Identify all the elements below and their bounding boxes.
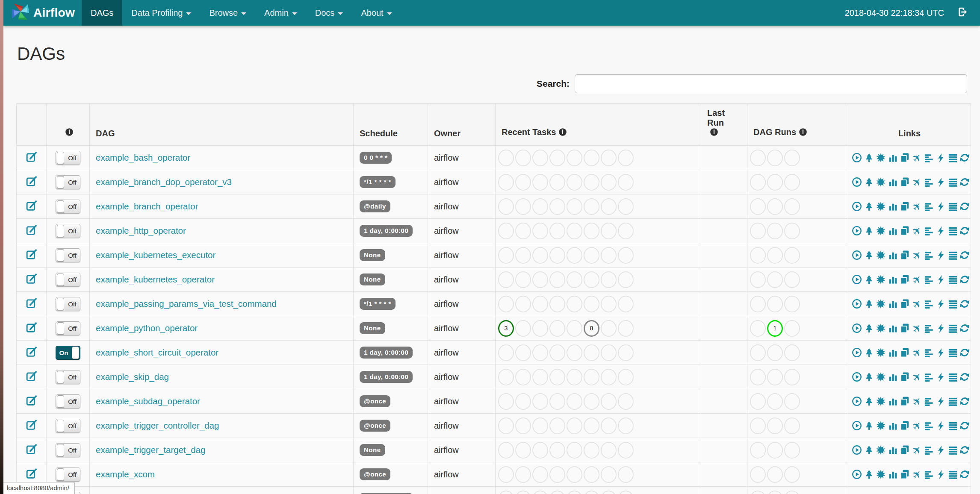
graph-view-icon[interactable]	[875, 396, 887, 406]
edit-dag-icon[interactable]	[26, 303, 37, 310]
gantt-view-icon[interactable]	[923, 397, 935, 406]
tree-view-icon[interactable]	[863, 250, 875, 260]
code-view-icon[interactable]	[935, 299, 947, 309]
dag-runs-circle-empty[interactable]	[767, 223, 783, 239]
dag-runs-circle-empty[interactable]	[750, 442, 766, 459]
recent-tasks-circle-empty[interactable]	[601, 150, 617, 166]
task-duration-icon[interactable]	[887, 397, 899, 406]
dag-runs-circle-empty[interactable]	[767, 442, 783, 459]
trigger-dag-icon[interactable]	[851, 201, 863, 212]
tree-view-icon[interactable]	[863, 445, 875, 455]
recent-tasks-circle-empty[interactable]	[532, 174, 548, 191]
dag-name-link[interactable]: example_xcom	[96, 469, 155, 479]
recent-tasks-circle-empty[interactable]	[549, 223, 565, 239]
recent-tasks-circle-empty[interactable]	[567, 393, 582, 410]
recent-tasks-circle-empty[interactable]	[532, 442, 548, 459]
recent-tasks-circle-empty[interactable]	[498, 247, 514, 264]
recent-tasks-circle-empty[interactable]	[532, 223, 548, 239]
graph-view-icon[interactable]	[875, 323, 887, 333]
trigger-dag-icon[interactable]	[851, 226, 863, 236]
recent-tasks-circle-empty[interactable]	[618, 198, 634, 215]
edit-dag-icon[interactable]	[26, 279, 37, 286]
tree-view-icon[interactable]	[863, 421, 875, 431]
nav-item-data-profiling[interactable]: Data Profiling	[122, 0, 200, 26]
landing-times-icon[interactable]: ✈	[911, 470, 923, 479]
recent-tasks-circle-empty[interactable]	[515, 198, 531, 215]
task-duration-icon[interactable]	[887, 372, 899, 382]
recent-tasks-circle-empty[interactable]	[498, 369, 514, 385]
logs-icon[interactable]	[947, 397, 959, 406]
dag-runs-circle-empty[interactable]	[767, 198, 783, 215]
dag-pause-toggle[interactable]: Off	[56, 370, 80, 384]
dag-pause-toggle[interactable]: Off	[56, 273, 80, 287]
dag-pause-toggle[interactable]: On	[56, 346, 80, 360]
recent-tasks-circle-empty[interactable]	[584, 296, 599, 312]
landing-times-icon[interactable]: ✈	[911, 299, 923, 309]
recent-tasks-circle-empty[interactable]	[601, 296, 617, 312]
recent-tasks-circle-empty[interactable]	[584, 418, 599, 434]
recent-tasks-circle-empty[interactable]	[532, 271, 548, 288]
refresh-icon[interactable]	[959, 420, 971, 431]
recent-tasks-circle-empty[interactable]	[601, 320, 617, 337]
recent-tasks-circle-empty[interactable]	[515, 271, 531, 288]
logs-icon[interactable]	[947, 202, 959, 212]
tree-view-icon[interactable]	[863, 372, 875, 382]
code-view-icon[interactable]	[935, 470, 947, 479]
tree-view-icon[interactable]	[863, 226, 875, 236]
dag-runs-circle-empty[interactable]	[750, 247, 766, 264]
landing-times-icon[interactable]: ✈	[911, 226, 923, 236]
recent-tasks-circle-empty[interactable]	[584, 491, 599, 494]
recent-tasks-circle-empty[interactable]	[601, 223, 617, 239]
task-tries-icon[interactable]	[899, 347, 911, 358]
recent-tasks-circle-empty[interactable]	[584, 198, 599, 215]
recent-tasks-circle-empty[interactable]	[584, 466, 599, 483]
code-view-icon[interactable]	[935, 323, 947, 333]
dag-name-link[interactable]: example_short_circuit_operator	[96, 347, 218, 357]
code-view-icon[interactable]	[935, 397, 947, 406]
recent-tasks-circle-empty[interactable]	[618, 271, 634, 288]
recent-tasks-circle-empty[interactable]	[532, 247, 548, 264]
recent-tasks-circle-empty[interactable]	[618, 174, 634, 191]
refresh-icon[interactable]	[959, 250, 971, 260]
recent-tasks-circle-empty[interactable]	[601, 344, 617, 361]
edit-dag-icon[interactable]	[26, 230, 37, 237]
refresh-icon[interactable]	[959, 396, 971, 406]
tree-view-icon[interactable]	[863, 202, 875, 212]
gantt-view-icon[interactable]	[923, 470, 935, 479]
task-duration-icon[interactable]	[887, 177, 899, 187]
landing-times-icon[interactable]: ✈	[911, 250, 923, 260]
nav-item-dags[interactable]: DAGs	[82, 0, 122, 26]
code-view-icon[interactable]	[935, 348, 947, 358]
logs-icon[interactable]	[947, 372, 959, 382]
recent-tasks-circle-empty[interactable]	[567, 491, 582, 494]
dag-runs-circle-empty[interactable]	[784, 393, 800, 410]
dag-runs-circle-empty[interactable]	[784, 223, 800, 239]
nav-item-docs[interactable]: Docs	[306, 0, 352, 26]
gantt-view-icon[interactable]	[923, 372, 935, 382]
recent-tasks-circle-empty[interactable]	[618, 320, 634, 337]
gantt-view-icon[interactable]	[923, 153, 935, 163]
recent-tasks-circle-empty[interactable]	[549, 150, 565, 166]
edit-dag-icon[interactable]	[26, 157, 37, 164]
recent-tasks-circle-empty[interactable]	[618, 296, 634, 312]
trigger-dag-icon[interactable]	[851, 299, 863, 309]
recent-tasks-circle-empty[interactable]	[567, 150, 582, 166]
recent-tasks-circle-empty[interactable]	[515, 174, 531, 191]
logs-icon[interactable]	[947, 153, 959, 163]
recent-tasks-circle-empty[interactable]	[498, 271, 514, 288]
recent-tasks-circle-empty[interactable]	[549, 296, 565, 312]
tree-view-icon[interactable]	[863, 348, 875, 358]
task-duration-icon[interactable]	[887, 275, 899, 285]
dag-runs-circle-empty[interactable]	[750, 223, 766, 239]
recent-tasks-circle-empty[interactable]	[618, 442, 634, 459]
search-input[interactable]	[575, 74, 967, 93]
recent-tasks-circle-empty[interactable]	[584, 393, 599, 410]
logs-icon[interactable]	[947, 421, 959, 431]
dag-pause-toggle[interactable]: Off	[56, 175, 80, 189]
recent-tasks-circle-empty[interactable]	[515, 296, 531, 312]
code-view-icon[interactable]	[935, 153, 947, 163]
code-view-icon[interactable]	[935, 275, 947, 285]
task-duration-icon[interactable]	[887, 323, 899, 333]
task-tries-icon[interactable]	[899, 226, 911, 236]
tree-view-icon[interactable]	[863, 323, 875, 333]
